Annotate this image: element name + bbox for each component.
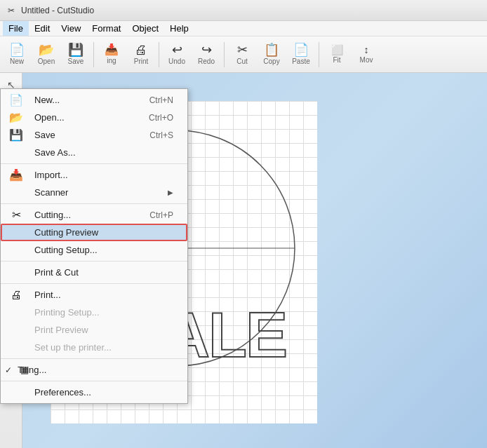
paste-icon: 📄	[293, 43, 309, 56]
menu-file-import[interactable]: 📥 Import...	[1, 166, 187, 184]
menu-item-help[interactable]: Help	[164, 21, 194, 36]
new-icon: 📄	[9, 43, 25, 56]
new-doc-icon: 📄	[6, 90, 26, 110]
toolbar-sep-3	[224, 42, 225, 67]
toolbar-label-undo: Undo	[168, 57, 185, 65]
menu-file-open-label: Open...	[34, 112, 65, 123]
sep-3	[1, 261, 187, 262]
scanner-arrow-icon: ▶	[168, 189, 173, 196]
cutting-icon: ✂	[6, 205, 26, 225]
toolbar-label-redo: Redo	[198, 57, 215, 65]
main-area: ↖ ◇ 📄 📂 💾 📥 ✂ 🖨 ▦ ✓ BIG	[0, 73, 487, 448]
menu-item-view[interactable]: View	[55, 21, 86, 36]
menu-file-cutting-setup[interactable]: Cutting Setup...	[1, 241, 187, 259]
menu-file-cutting-shortcut: Ctrl+P	[149, 210, 173, 220]
move-icon: ↕	[364, 45, 369, 55]
menu-file-print-cut[interactable]: Print & Cut	[1, 264, 187, 281]
menu-file-print-label: Print...	[34, 290, 61, 300]
toolbar-btn-open[interactable]: 📂 Open	[32, 39, 60, 71]
toolbar-btn-cut[interactable]: ✂ Cut	[228, 39, 256, 71]
menu-file-new[interactable]: 📄 New... Ctrl+N	[1, 91, 187, 109]
undo-icon: ↩	[172, 43, 182, 56]
menu-file-print[interactable]: 🖨 Print...	[1, 286, 187, 304]
menu-file-open[interactable]: 📂 Open... Ctrl+O	[1, 109, 187, 126]
toolbar-label-import: ing	[107, 57, 116, 65]
toolbar-btn-undo[interactable]: ↩ Undo	[163, 39, 191, 71]
menu-file-tiling[interactable]: ✓ ▦ Tiling...	[1, 361, 187, 379]
sep-6	[1, 381, 187, 381]
menu-file-new-label: New...	[34, 95, 60, 105]
toolbar-sep-2	[159, 42, 159, 67]
toolbar-btn-fit[interactable]: ⬜ Fit	[323, 39, 351, 71]
toolbar-btn-print[interactable]: 🖨 Print	[127, 39, 155, 71]
dropdown-overlay[interactable]: 📄 New... Ctrl+N 📂 Open... Ctrl+O 💾 Save …	[0, 73, 487, 448]
fit-icon: ⬜	[331, 45, 343, 55]
menu-file-open-shortcut: Ctrl+O	[149, 113, 173, 123]
menu-bar: File Edit View Format Object Help	[0, 21, 487, 36]
window-title: Untitled - CutStudio	[21, 6, 94, 15]
menu-file-print-cut-label: Print & Cut	[34, 267, 79, 278]
toolbar-btn-new[interactable]: 📄 New	[3, 39, 31, 71]
toolbar-label-open: Open	[38, 57, 55, 65]
menu-file-print-preview[interactable]: Print Preview	[1, 321, 187, 339]
save-doc-icon: 💾	[6, 125, 26, 145]
toolbar-sep-1	[93, 42, 94, 67]
sep-4	[1, 283, 187, 284]
tiling-check-icon: ✓	[5, 365, 12, 375]
menu-file-cutting-setup-label: Cutting Setup...	[34, 245, 98, 255]
menu-item-object[interactable]: Object	[126, 21, 164, 36]
menu-file-preferences[interactable]: Preferences...	[1, 383, 187, 401]
menu-file-save-label: Save	[34, 130, 55, 140]
toolbar-sep-4	[319, 42, 319, 67]
toolbar-btn-import[interactable]: 📥 ing	[98, 39, 126, 71]
save-icon: 💾	[68, 43, 84, 56]
copy-icon: 📋	[264, 43, 279, 56]
app-icon: ✂	[6, 5, 17, 16]
import-icon: 📥	[105, 44, 119, 55]
sep-5	[1, 358, 187, 359]
toolbar-label-paste: Paste	[292, 57, 310, 65]
tiling-doc-icon: ▦	[15, 360, 34, 380]
menu-file-printing-setup[interactable]: Printing Setup...	[1, 304, 187, 321]
toolbar-label-cut: Cut	[236, 57, 248, 65]
title-bar: ✂ Untitled - CutStudio	[0, 0, 487, 21]
menu-item-edit[interactable]: Edit	[29, 21, 55, 36]
toolbar-label-fit: Fit	[333, 56, 340, 64]
toolbar: 📄 New 📂 Open 💾 Save 📥 ing 🖨 Print ↩ Undo…	[0, 36, 487, 73]
print-doc-icon: 🖨	[6, 285, 26, 305]
menu-file-import-label: Import...	[34, 170, 68, 180]
menu-file-cutting-preview-label: Cutting Preview	[34, 227, 98, 238]
toolbar-btn-move[interactable]: ↕ Mov	[352, 39, 380, 71]
toolbar-btn-copy[interactable]: 📋 Copy	[258, 39, 286, 71]
toolbar-label-new: New	[10, 57, 24, 65]
sep-1	[1, 163, 187, 164]
menu-file-saveas[interactable]: Save As...	[1, 144, 187, 161]
menu-file-setup-printer[interactable]: Set up the printer...	[1, 339, 187, 356]
menu-item-format[interactable]: Format	[86, 21, 126, 36]
toolbar-label-save: Save	[68, 57, 84, 65]
toolbar-label-move: Mov	[360, 56, 373, 64]
redo-icon: ↪	[201, 43, 212, 56]
menu-item-file[interactable]: File	[3, 21, 29, 36]
toolbar-btn-paste[interactable]: 📄 Paste	[287, 39, 315, 71]
toolbar-btn-save[interactable]: 💾 Save	[62, 39, 90, 71]
menu-file-scanner[interactable]: Scanner ▶	[1, 184, 187, 201]
menu-file-new-shortcut: Ctrl+N	[149, 95, 173, 105]
menu-file-preferences-label: Preferences...	[34, 387, 91, 398]
menu-file-scanner-label: Scanner	[34, 187, 68, 198]
open-icon: 📂	[39, 43, 54, 56]
open-doc-icon: 📂	[6, 108, 26, 128]
sep-2	[1, 203, 187, 204]
menu-file-cutting-preview[interactable]: Cutting Preview	[1, 224, 187, 241]
menu-file-saveas-label: Save As...	[34, 147, 76, 158]
menu-file-print-preview-label: Print Preview	[34, 325, 88, 335]
file-menu-dropdown: 📄 New... Ctrl+N 📂 Open... Ctrl+O 💾 Save …	[0, 88, 188, 404]
menu-file-setup-printer-label: Set up the printer...	[34, 342, 112, 353]
print-icon: 🖨	[135, 43, 147, 56]
toolbar-label-print: Print	[134, 57, 149, 65]
menu-file-cutting[interactable]: ✂ Cutting... Ctrl+P	[1, 206, 187, 224]
menu-file-save[interactable]: 💾 Save Ctrl+S	[1, 126, 187, 144]
menu-file-cutting-label: Cutting...	[34, 210, 71, 220]
toolbar-btn-redo[interactable]: ↪ Redo	[192, 39, 220, 71]
menu-file-printing-setup-label: Printing Setup...	[34, 307, 100, 318]
